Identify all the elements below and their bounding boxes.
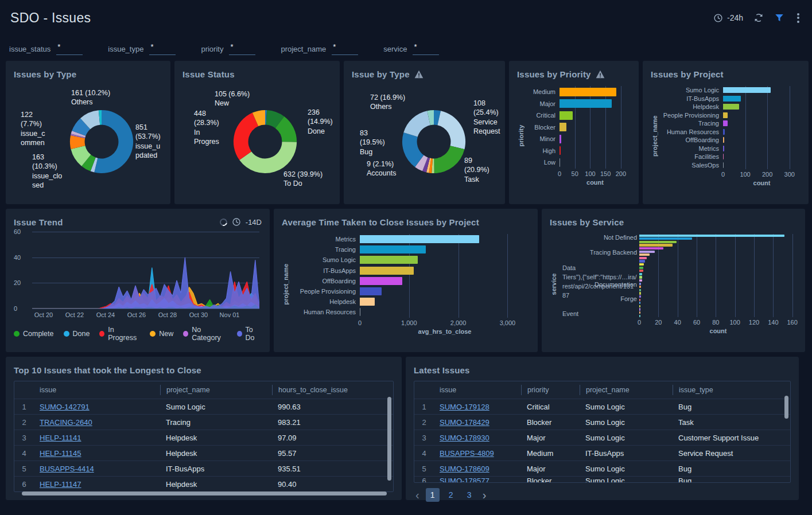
bar-21[interactable] (639, 302, 640, 304)
bar-People Provisioning[interactable] (723, 112, 728, 118)
bar-OffBoarding[interactable] (360, 277, 402, 285)
column-header[interactable]: issue (34, 385, 160, 395)
bar-19[interactable] (639, 295, 641, 298)
filter-input[interactable]: * (56, 42, 83, 55)
bar-20[interactable] (639, 299, 640, 301)
filter-priority[interactable]: priority * (201, 42, 255, 55)
bar-3[interactable] (639, 244, 673, 246)
column-header[interactable] (414, 385, 434, 395)
kebab-menu-icon[interactable] (795, 10, 802, 25)
pagination-page-2[interactable]: 2 (444, 488, 458, 502)
bar-Human Resources[interactable] (360, 308, 360, 316)
issue-link[interactable]: SUMO-178577 (440, 477, 489, 482)
bar-Blocker[interactable] (560, 123, 566, 131)
bar-High[interactable] (560, 146, 561, 155)
column-header[interactable]: issue_type (673, 385, 790, 395)
issue-link[interactable]: BUSAPPS-4414 (40, 465, 94, 473)
bar-Tracing[interactable] (723, 120, 728, 126)
filter-service[interactable]: service * (383, 42, 439, 55)
bar-12[interactable] (639, 273, 642, 275)
column-header[interactable]: project_name (160, 385, 272, 395)
legend-item-New[interactable]: New (150, 326, 173, 342)
filter-input[interactable]: * (229, 42, 255, 55)
issue-link[interactable]: SUMO-178429 (440, 418, 489, 427)
panel-time-range[interactable]: -14D (246, 218, 262, 227)
bar-Medium[interactable] (560, 88, 616, 96)
bar-Metrics[interactable] (723, 146, 724, 151)
issue-link[interactable]: SUMO-178930 (440, 434, 489, 442)
time-range-control[interactable]: -24h (713, 13, 743, 23)
refresh-icon[interactable] (753, 13, 764, 23)
column-header[interactable]: project_name (580, 385, 673, 395)
bar-IT-BusApps[interactable] (360, 267, 414, 275)
issue-link[interactable]: HELP-11141 (40, 434, 81, 442)
bar-5[interactable] (639, 251, 655, 253)
bar-Sumo Logic[interactable] (360, 256, 418, 264)
donut-slice-Others[interactable] (403, 111, 430, 136)
issue-link[interactable]: SUMO-178609 (440, 465, 489, 473)
bar-Low[interactable] (560, 158, 560, 167)
bar-16[interactable] (639, 286, 641, 288)
bar-14[interactable] (639, 279, 642, 282)
legend-item-To Do[interactable]: To Do (237, 326, 262, 342)
vertical-scrollbar[interactable] (387, 397, 391, 481)
issue-link[interactable]: TRACING-2640 (40, 418, 92, 427)
pagination-page-1[interactable]: 1 (426, 488, 440, 502)
bar-IT-BusApps[interactable] (723, 96, 741, 102)
bar-Sumo Logic[interactable] (723, 87, 771, 93)
bar-0[interactable] (639, 235, 784, 237)
bar-17[interactable] (639, 289, 641, 291)
bar-1[interactable] (639, 237, 692, 240)
bar-11[interactable] (639, 270, 643, 272)
donut-slice-In Progress[interactable] (234, 113, 258, 161)
bar-OffBoarding[interactable] (723, 137, 724, 143)
column-header[interactable]: issue (434, 385, 521, 395)
bar-24[interactable] (639, 311, 640, 314)
bar-Human Resources[interactable] (723, 129, 725, 135)
filter-input[interactable]: * (149, 42, 176, 55)
filter-issue-type[interactable]: issue_type * (108, 42, 176, 55)
bar-18[interactable] (639, 292, 641, 294)
column-header[interactable]: hours_to_close_issue (272, 385, 393, 395)
pagination-next[interactable]: › (481, 489, 488, 501)
column-header[interactable] (14, 385, 34, 395)
issue-link[interactable]: SUMO-142791 (40, 403, 90, 411)
legend-item-No Category[interactable]: No Category (183, 326, 227, 342)
bar-Facilities[interactable] (723, 154, 724, 159)
bar-Critical[interactable] (560, 111, 573, 120)
bar-25[interactable] (639, 315, 640, 317)
bar-Major[interactable] (560, 99, 612, 108)
bar-13[interactable] (639, 276, 642, 278)
bar-4[interactable] (639, 247, 663, 249)
bar-Metrics[interactable] (360, 235, 479, 243)
issue-link[interactable]: HELP-11147 (40, 480, 81, 489)
bar-Minor[interactable] (560, 135, 561, 143)
bar-Tracing[interactable] (360, 245, 426, 253)
pagination-page-3[interactable]: 3 (463, 488, 476, 502)
horizontal-scrollbar[interactable] (22, 491, 387, 496)
bar-People Provisioning[interactable] (360, 287, 382, 295)
bar-Helpdesk[interactable] (723, 104, 739, 110)
bar-6[interactable] (639, 253, 650, 256)
legend-item-Done[interactable]: Done (64, 326, 90, 342)
vertical-scrollbar[interactable] (784, 396, 788, 419)
bar-7[interactable] (639, 257, 647, 259)
donut-slice-Service Request[interactable] (437, 111, 465, 149)
filter-input[interactable]: * (332, 42, 358, 55)
donut-slice-Task[interactable] (434, 146, 464, 173)
column-header[interactable]: priority (521, 385, 580, 395)
filter-icon[interactable] (774, 13, 784, 23)
bar-10[interactable] (639, 267, 643, 269)
pagination-prev[interactable]: ‹ (414, 489, 421, 501)
issue-link[interactable]: SUMO-179128 (440, 403, 489, 411)
bar-22[interactable] (639, 305, 640, 307)
filter-input[interactable]: * (413, 42, 439, 55)
bar-2[interactable] (639, 241, 677, 243)
bar-23[interactable] (639, 308, 640, 310)
legend-item-In Progress[interactable]: In Progress (99, 326, 140, 342)
issue-link[interactable]: BUSAPPS-4809 (440, 449, 494, 458)
bar-8[interactable] (639, 260, 645, 262)
filter-project-name[interactable]: project_name * (281, 42, 358, 55)
legend-item-Complete[interactable]: Complete (14, 326, 54, 342)
filter-issue-status[interactable]: issue_status * (9, 42, 83, 55)
